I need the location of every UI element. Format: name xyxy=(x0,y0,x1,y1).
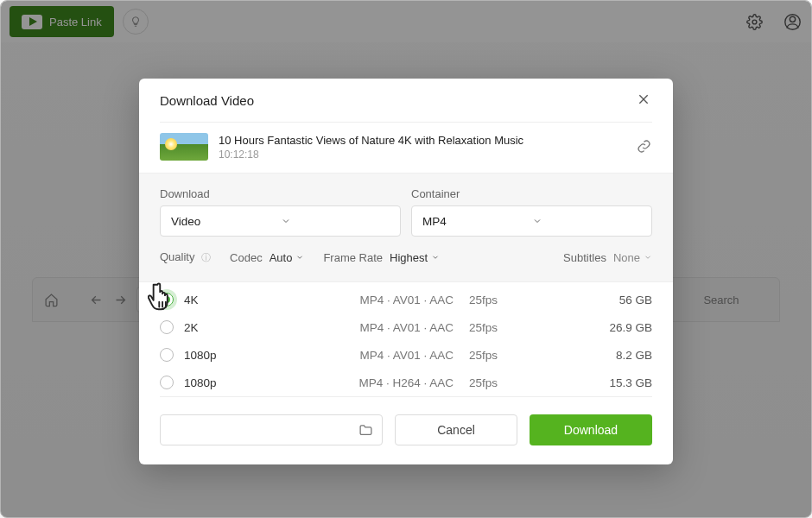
video-info-row: 10 Hours Fantastic Views of Nature 4K wi… xyxy=(139,123,673,173)
download-button[interactable]: Download xyxy=(530,414,652,445)
quality-size: 26.9 GB xyxy=(549,321,652,334)
quality-row[interactable]: 4K MP4 · AV01 · AAC 25fps 56 GB xyxy=(160,286,652,313)
radio-button[interactable] xyxy=(160,376,174,389)
chevron-down-icon xyxy=(532,216,642,226)
framerate-select[interactable]: Frame Rate Highest xyxy=(323,251,440,264)
video-title: 10 Hours Fantastic Views of Nature 4K wi… xyxy=(219,134,626,147)
download-type-select[interactable]: Video xyxy=(160,205,401,237)
framerate-label: Frame Rate xyxy=(323,251,383,264)
close-icon xyxy=(637,92,650,106)
quality-size: 56 GB xyxy=(549,294,652,306)
quality-resolution: 1080p xyxy=(184,376,288,389)
link-icon xyxy=(637,139,651,154)
video-thumbnail xyxy=(160,133,208,161)
chevron-down-icon xyxy=(295,253,304,262)
dialog-title: Download Video xyxy=(160,93,637,108)
quality-format: MP4 · AV01 · AAC xyxy=(288,349,462,362)
quality-resolution: 2K xyxy=(184,321,288,334)
quality-row[interactable]: 2K MP4 · AV01 · AAC 25fps 26.9 GB xyxy=(160,313,652,341)
chevron-down-icon xyxy=(281,216,390,226)
radio-button[interactable] xyxy=(160,348,174,362)
radio-button[interactable] xyxy=(160,293,174,306)
cancel-label: Cancel xyxy=(437,423,475,437)
quality-size: 8.2 GB xyxy=(549,349,652,362)
quality-format: MP4 · H264 · AAC xyxy=(288,376,462,389)
quality-list: 4K MP4 · AV01 · AAC 25fps 56 GB 2K MP4 ·… xyxy=(139,282,673,396)
download-label: Download xyxy=(564,423,618,437)
quality-fps: 25fps xyxy=(462,376,549,389)
codec-value: Auto xyxy=(270,251,293,264)
chevron-down-icon xyxy=(431,253,440,262)
framerate-value: Highest xyxy=(390,251,428,264)
container-label: Container xyxy=(411,180,652,205)
download-type-label: Download xyxy=(160,180,401,205)
quality-fps: 25fps xyxy=(462,349,549,362)
quality-size: 15.3 GB xyxy=(549,376,652,389)
cancel-button[interactable]: Cancel xyxy=(395,414,517,445)
subtitles-value: None xyxy=(613,251,640,264)
quality-format: MP4 · AV01 · AAC xyxy=(288,321,462,334)
open-link-button[interactable] xyxy=(637,139,652,155)
subtitles-select[interactable]: Subtitles None xyxy=(563,251,652,264)
quality-resolution: 4K xyxy=(184,294,288,306)
codec-select[interactable]: Codec Auto xyxy=(230,251,304,264)
quality-format: MP4 · AV01 · AAC xyxy=(288,294,462,306)
download-type-value: Video xyxy=(171,215,281,228)
quality-row[interactable]: 1080p MP4 · AV01 · AAC 25fps 8.2 GB xyxy=(160,341,652,369)
container-value: MP4 xyxy=(422,215,532,228)
download-video-dialog: Download Video 10 Hours Fantastic Views … xyxy=(139,79,673,464)
subtitles-label: Subtitles xyxy=(563,251,606,264)
close-button[interactable] xyxy=(637,92,652,108)
quality-label: Quality xyxy=(160,250,194,263)
quality-resolution: 1080p xyxy=(184,349,288,362)
folder-icon xyxy=(358,423,373,438)
chevron-down-icon xyxy=(644,253,652,262)
container-select[interactable]: MP4 xyxy=(411,205,652,237)
quality-row[interactable]: 1080p MP4 · H264 · AAC 25fps 15.3 GB xyxy=(160,369,652,396)
video-duration: 10:12:18 xyxy=(219,148,626,161)
radio-button[interactable] xyxy=(160,320,174,334)
quality-info[interactable]: ⓘ xyxy=(201,252,211,262)
codec-label: Codec xyxy=(230,251,263,264)
destination-folder-input[interactable] xyxy=(160,414,383,445)
quality-fps: 25fps xyxy=(462,321,549,334)
quality-fps: 25fps xyxy=(462,294,549,306)
